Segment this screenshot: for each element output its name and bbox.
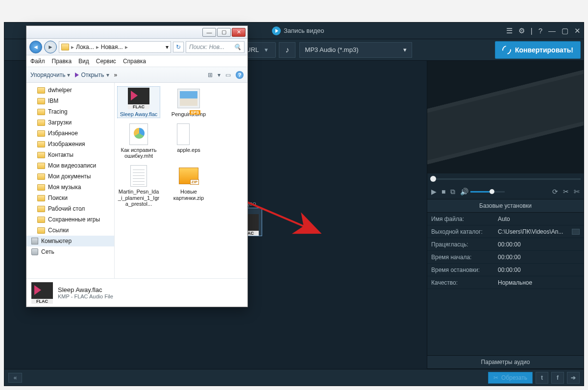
crop-icon[interactable]: ✄ [574, 188, 580, 195]
chevron-right-icon: ▸ [96, 44, 99, 50]
crumb-segment[interactable]: Новая... [101, 44, 123, 50]
file-item[interactable]: Martin_Pesn_lda_i_plameni_1_Igra_prestol… [118, 164, 160, 207]
breadcrumb[interactable]: ▸ Лока... ▸ Новая... ▸ ▾ [59, 41, 171, 53]
row-stop[interactable]: Время остановки: 00:00:00 [427, 264, 584, 276]
folder-icon [37, 206, 45, 212]
minimize-icon[interactable]: — [548, 26, 556, 35]
help-icon[interactable]: ? [236, 71, 244, 79]
twitter-icon[interactable]: t [536, 372, 548, 384]
tree-item[interactable]: Tracing [26, 106, 114, 117]
menu-icon[interactable]: ☰ [506, 26, 513, 35]
tree-item[interactable]: Загрузки [26, 117, 114, 128]
file-item[interactable]: Sleep Away.flac [118, 87, 160, 118]
snapshot-icon[interactable]: ⧉ [450, 188, 455, 196]
tree-item[interactable]: Контакты [26, 149, 114, 160]
tree-item[interactable]: IBM [26, 96, 114, 106]
network-icon [31, 248, 38, 255]
status-filename: Sleep Away.flac [58, 286, 113, 293]
row-duration: Працягласць: 00:00:00 [427, 238, 584, 251]
tree-item-network[interactable]: Сеть [26, 246, 114, 257]
close-icon[interactable]: ✕ [574, 26, 581, 35]
tree-item[interactable]: Изображения [26, 139, 114, 149]
file-item[interactable]: Новые картинки.zip [168, 164, 210, 207]
file-label: Sleep Away.flac [120, 111, 158, 118]
menu-edit[interactable]: Правка [52, 58, 72, 65]
tree-item[interactable]: dwhelper [26, 85, 114, 96]
tree-item[interactable]: Рабочий стол [26, 203, 114, 214]
basic-settings: Имя файла: Auto Выходной каталог: C:\Use… [427, 213, 584, 289]
play-icon[interactable]: ▶ [431, 188, 437, 195]
trim-button[interactable]: ✂ Обрезать [488, 372, 533, 384]
nav-forward-button[interactable]: ► [44, 41, 57, 53]
volume-control[interactable]: 🔊 [460, 188, 505, 195]
row-outdir[interactable]: Выходной каталог: C:\Users\ПК\Videos\An.… [427, 225, 584, 238]
convert-button[interactable]: Конвертировать! [495, 41, 581, 59]
crumb-segment[interactable]: Лока... [76, 44, 94, 50]
scissors-icon: ✂ [493, 374, 498, 381]
nav-back-button[interactable]: ◄ [29, 41, 42, 53]
folder-icon [37, 163, 45, 169]
chevron-down-icon: ▾ [403, 46, 407, 53]
row-start[interactable]: Время начала: 00:00:00 [427, 251, 584, 264]
tree-item[interactable]: Мои документы [26, 171, 114, 182]
search-input[interactable]: Поиск: Нов... 🔍 [186, 41, 245, 53]
maximize-button[interactable]: ▢ [217, 28, 231, 37]
play-circle-icon [272, 26, 281, 35]
explorer-titlebar[interactable]: — ▢ ✕ [26, 26, 247, 39]
text-file-icon [130, 165, 147, 187]
chevron-down-icon[interactable]: ▾ [218, 72, 220, 78]
share-icon[interactable]: ➔ [567, 372, 580, 384]
chevron-down-icon: ▾ [106, 72, 109, 78]
tree-item[interactable]: Поиски [26, 193, 114, 203]
file-item[interactable]: Penguins.bmp [168, 87, 210, 118]
outdir-key: Выходной каталог: [431, 228, 498, 235]
gear-icon[interactable]: ⚙ [518, 26, 525, 35]
file-label: Как исправить ошибку.mht [118, 147, 160, 159]
help-icon[interactable]: ? [539, 26, 542, 35]
view-options-icon[interactable]: ⊞ [208, 72, 213, 78]
browse-folder-icon[interactable] [572, 229, 580, 235]
menu-file[interactable]: Файл [30, 58, 45, 65]
file-list[interactable]: Sleep Away.flac Penguins.bmp Как исправи… [115, 83, 247, 278]
folder-tree[interactable]: dwhelper IBM Tracing Загрузки Избранное … [26, 83, 115, 278]
file-item[interactable]: Как исправить ошибку.mht [118, 122, 160, 159]
minimize-button[interactable]: — [202, 28, 216, 37]
stop-icon[interactable]: ■ [441, 188, 445, 195]
loop-icon[interactable]: ⟳ [552, 188, 558, 195]
tree-item[interactable]: Избранное [26, 128, 114, 139]
row-quality[interactable]: Качество: Нормальное [427, 276, 584, 289]
timeline[interactable] [427, 173, 584, 184]
cut-icon[interactable]: ✂ [563, 188, 569, 195]
tree-item[interactable]: Мои видеозаписи [26, 160, 114, 171]
collapse-left-button[interactable]: « [8, 373, 22, 383]
chevron-right-icon: ▸ [71, 44, 74, 50]
maximize-icon[interactable]: ▢ [562, 26, 568, 35]
refresh-button[interactable]: ↻ [173, 42, 184, 52]
row-filename[interactable]: Имя файла: Auto [427, 213, 584, 225]
menu-help[interactable]: Справка [123, 58, 146, 65]
facebook-icon[interactable]: f [551, 372, 564, 384]
output-format-select[interactable]: MP3 Audio (*.mp3) ▾ [299, 42, 412, 58]
tree-item[interactable]: Ссылки [26, 225, 114, 236]
start-key: Время начала: [431, 254, 498, 261]
timeline-playhead[interactable] [430, 176, 436, 182]
menu-view[interactable]: Вид [78, 58, 89, 65]
section-audio-title[interactable]: Параметры аудио [427, 355, 584, 369]
music-note-icon[interactable]: ♪ [279, 42, 295, 58]
close-button[interactable]: ✕ [232, 28, 245, 37]
volume-slider[interactable] [470, 191, 505, 193]
file-item[interactable]: EPS apple.eps [168, 122, 210, 159]
filmstrip-graphic [427, 69, 584, 166]
open-menu[interactable]: Открыть ▾ [75, 72, 109, 78]
chevron-down-icon[interactable]: ▾ [166, 44, 169, 50]
tree-item[interactable]: Моя музыка [26, 182, 114, 193]
menu-service[interactable]: Сервис [96, 58, 116, 65]
preview-pane-icon[interactable]: ▭ [225, 72, 231, 78]
organize-menu[interactable]: Упорядочить ▾ [30, 72, 70, 78]
tree-item[interactable]: Сохраненные игры [26, 214, 114, 225]
overflow-icon[interactable]: » [114, 72, 118, 78]
duration-key: Працягласць: [431, 241, 498, 248]
folder-icon [37, 98, 45, 104]
tree-item-computer[interactable]: Компьютер [26, 236, 114, 246]
tab-record-video[interactable]: Запись видео [272, 26, 324, 35]
